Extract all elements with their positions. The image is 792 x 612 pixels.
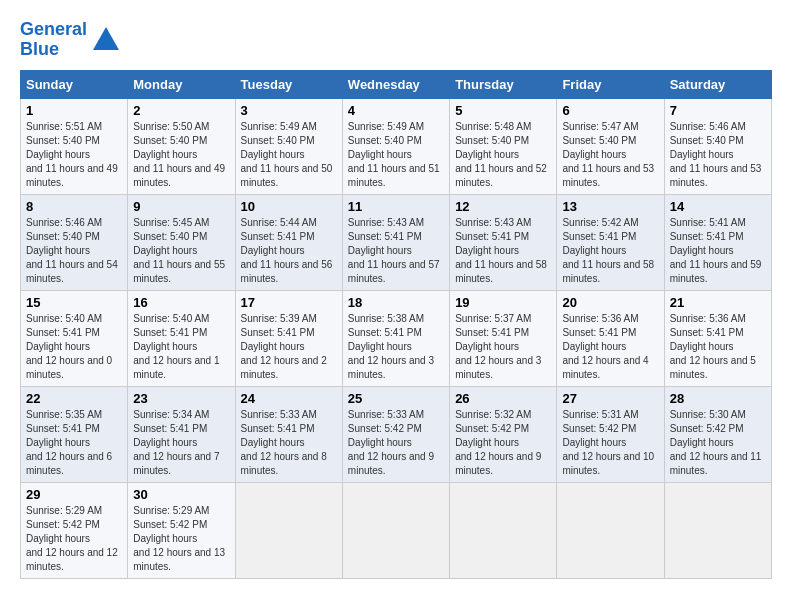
calendar-cell: 3Sunrise: 5:49 AMSunset: 5:40 PMDaylight… <box>235 98 342 194</box>
day-info: Sunrise: 5:36 AMSunset: 5:41 PMDaylight … <box>562 313 648 380</box>
day-number: 10 <box>241 199 337 214</box>
day-info: Sunrise: 5:32 AMSunset: 5:42 PMDaylight … <box>455 409 541 476</box>
calendar-cell: 12Sunrise: 5:43 AMSunset: 5:41 PMDayligh… <box>450 194 557 290</box>
weekday-header-thursday: Thursday <box>450 70 557 98</box>
day-info: Sunrise: 5:37 AMSunset: 5:41 PMDaylight … <box>455 313 541 380</box>
day-number: 20 <box>562 295 658 310</box>
day-info: Sunrise: 5:48 AMSunset: 5:40 PMDaylight … <box>455 121 547 188</box>
day-number: 26 <box>455 391 551 406</box>
weekday-header-monday: Monday <box>128 70 235 98</box>
day-number: 27 <box>562 391 658 406</box>
day-info: Sunrise: 5:38 AMSunset: 5:41 PMDaylight … <box>348 313 434 380</box>
day-info: Sunrise: 5:46 AMSunset: 5:40 PMDaylight … <box>670 121 762 188</box>
calendar-cell: 15Sunrise: 5:40 AMSunset: 5:41 PMDayligh… <box>21 290 128 386</box>
day-info: Sunrise: 5:50 AMSunset: 5:40 PMDaylight … <box>133 121 225 188</box>
calendar-cell <box>342 482 449 578</box>
day-number: 9 <box>133 199 229 214</box>
calendar-week-3: 15Sunrise: 5:40 AMSunset: 5:41 PMDayligh… <box>21 290 772 386</box>
day-number: 23 <box>133 391 229 406</box>
calendar-table: SundayMondayTuesdayWednesdayThursdayFrid… <box>20 70 772 579</box>
calendar-cell: 23Sunrise: 5:34 AMSunset: 5:41 PMDayligh… <box>128 386 235 482</box>
calendar-cell: 29Sunrise: 5:29 AMSunset: 5:42 PMDayligh… <box>21 482 128 578</box>
day-number: 19 <box>455 295 551 310</box>
logo-icon <box>91 25 121 55</box>
day-number: 16 <box>133 295 229 310</box>
calendar-cell: 22Sunrise: 5:35 AMSunset: 5:41 PMDayligh… <box>21 386 128 482</box>
calendar-cell <box>557 482 664 578</box>
weekday-header-tuesday: Tuesday <box>235 70 342 98</box>
day-info: Sunrise: 5:34 AMSunset: 5:41 PMDaylight … <box>133 409 219 476</box>
day-info: Sunrise: 5:47 AMSunset: 5:40 PMDaylight … <box>562 121 654 188</box>
calendar-cell: 20Sunrise: 5:36 AMSunset: 5:41 PMDayligh… <box>557 290 664 386</box>
calendar-week-2: 8Sunrise: 5:46 AMSunset: 5:40 PMDaylight… <box>21 194 772 290</box>
day-info: Sunrise: 5:42 AMSunset: 5:41 PMDaylight … <box>562 217 654 284</box>
day-number: 24 <box>241 391 337 406</box>
day-number: 14 <box>670 199 766 214</box>
calendar-cell: 19Sunrise: 5:37 AMSunset: 5:41 PMDayligh… <box>450 290 557 386</box>
day-number: 13 <box>562 199 658 214</box>
day-number: 3 <box>241 103 337 118</box>
day-number: 11 <box>348 199 444 214</box>
day-info: Sunrise: 5:43 AMSunset: 5:41 PMDaylight … <box>455 217 547 284</box>
logo: GeneralBlue <box>20 20 121 60</box>
day-number: 7 <box>670 103 766 118</box>
calendar-cell: 24Sunrise: 5:33 AMSunset: 5:41 PMDayligh… <box>235 386 342 482</box>
day-info: Sunrise: 5:33 AMSunset: 5:41 PMDaylight … <box>241 409 327 476</box>
calendar-cell: 9Sunrise: 5:45 AMSunset: 5:40 PMDaylight… <box>128 194 235 290</box>
calendar-cell: 27Sunrise: 5:31 AMSunset: 5:42 PMDayligh… <box>557 386 664 482</box>
svg-marker-0 <box>93 27 119 50</box>
day-number: 21 <box>670 295 766 310</box>
day-info: Sunrise: 5:45 AMSunset: 5:40 PMDaylight … <box>133 217 225 284</box>
day-number: 17 <box>241 295 337 310</box>
day-info: Sunrise: 5:40 AMSunset: 5:41 PMDaylight … <box>26 313 112 380</box>
day-number: 15 <box>26 295 122 310</box>
day-info: Sunrise: 5:33 AMSunset: 5:42 PMDaylight … <box>348 409 434 476</box>
day-number: 1 <box>26 103 122 118</box>
calendar-cell: 28Sunrise: 5:30 AMSunset: 5:42 PMDayligh… <box>664 386 771 482</box>
calendar-cell: 11Sunrise: 5:43 AMSunset: 5:41 PMDayligh… <box>342 194 449 290</box>
day-info: Sunrise: 5:35 AMSunset: 5:41 PMDaylight … <box>26 409 112 476</box>
day-info: Sunrise: 5:30 AMSunset: 5:42 PMDaylight … <box>670 409 762 476</box>
calendar-cell <box>664 482 771 578</box>
weekday-header-friday: Friday <box>557 70 664 98</box>
day-info: Sunrise: 5:44 AMSunset: 5:41 PMDaylight … <box>241 217 333 284</box>
day-info: Sunrise: 5:29 AMSunset: 5:42 PMDaylight … <box>133 505 225 572</box>
calendar-cell: 6Sunrise: 5:47 AMSunset: 5:40 PMDaylight… <box>557 98 664 194</box>
calendar-cell: 8Sunrise: 5:46 AMSunset: 5:40 PMDaylight… <box>21 194 128 290</box>
day-number: 29 <box>26 487 122 502</box>
calendar-cell: 21Sunrise: 5:36 AMSunset: 5:41 PMDayligh… <box>664 290 771 386</box>
day-info: Sunrise: 5:46 AMSunset: 5:40 PMDaylight … <box>26 217 118 284</box>
day-info: Sunrise: 5:51 AMSunset: 5:40 PMDaylight … <box>26 121 118 188</box>
calendar-cell: 13Sunrise: 5:42 AMSunset: 5:41 PMDayligh… <box>557 194 664 290</box>
day-number: 5 <box>455 103 551 118</box>
day-number: 8 <box>26 199 122 214</box>
weekday-header-sunday: Sunday <box>21 70 128 98</box>
calendar-week-4: 22Sunrise: 5:35 AMSunset: 5:41 PMDayligh… <box>21 386 772 482</box>
calendar-cell: 30Sunrise: 5:29 AMSunset: 5:42 PMDayligh… <box>128 482 235 578</box>
day-info: Sunrise: 5:36 AMSunset: 5:41 PMDaylight … <box>670 313 756 380</box>
day-number: 22 <box>26 391 122 406</box>
calendar-cell: 10Sunrise: 5:44 AMSunset: 5:41 PMDayligh… <box>235 194 342 290</box>
weekday-header-row: SundayMondayTuesdayWednesdayThursdayFrid… <box>21 70 772 98</box>
day-number: 12 <box>455 199 551 214</box>
calendar-cell: 16Sunrise: 5:40 AMSunset: 5:41 PMDayligh… <box>128 290 235 386</box>
calendar-cell: 5Sunrise: 5:48 AMSunset: 5:40 PMDaylight… <box>450 98 557 194</box>
calendar-cell: 17Sunrise: 5:39 AMSunset: 5:41 PMDayligh… <box>235 290 342 386</box>
day-number: 6 <box>562 103 658 118</box>
calendar-cell <box>450 482 557 578</box>
calendar-cell <box>235 482 342 578</box>
day-number: 18 <box>348 295 444 310</box>
calendar-week-1: 1Sunrise: 5:51 AMSunset: 5:40 PMDaylight… <box>21 98 772 194</box>
calendar-cell: 4Sunrise: 5:49 AMSunset: 5:40 PMDaylight… <box>342 98 449 194</box>
page-header: GeneralBlue <box>20 20 772 60</box>
weekday-header-saturday: Saturday <box>664 70 771 98</box>
day-info: Sunrise: 5:43 AMSunset: 5:41 PMDaylight … <box>348 217 440 284</box>
day-info: Sunrise: 5:39 AMSunset: 5:41 PMDaylight … <box>241 313 327 380</box>
day-info: Sunrise: 5:49 AMSunset: 5:40 PMDaylight … <box>348 121 440 188</box>
day-number: 25 <box>348 391 444 406</box>
day-number: 4 <box>348 103 444 118</box>
day-info: Sunrise: 5:41 AMSunset: 5:41 PMDaylight … <box>670 217 762 284</box>
calendar-cell: 14Sunrise: 5:41 AMSunset: 5:41 PMDayligh… <box>664 194 771 290</box>
day-number: 30 <box>133 487 229 502</box>
calendar-cell: 7Sunrise: 5:46 AMSunset: 5:40 PMDaylight… <box>664 98 771 194</box>
